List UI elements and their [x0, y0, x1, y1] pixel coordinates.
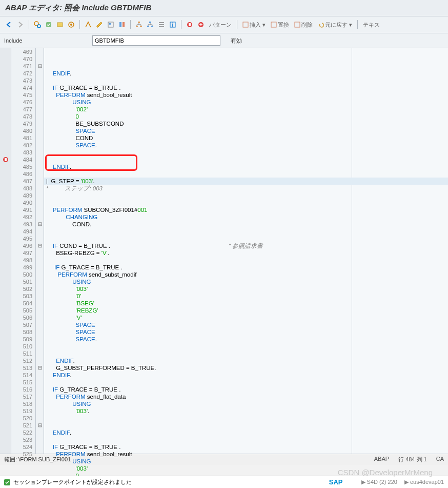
svg-rect-21 — [243, 22, 248, 27]
svg-rect-11 — [136, 26, 138, 27]
include-label: Include — [4, 37, 86, 44]
svg-rect-7 — [109, 23, 111, 25]
code-area[interactable]: ENDIF. IF G_TRACE = B_TRUE . PERFORM sen… — [44, 48, 448, 454]
edit-icon[interactable] — [94, 19, 105, 30]
svg-rect-23 — [295, 22, 300, 27]
check-icon[interactable] — [44, 19, 54, 30]
status-bar: セッションブレークポイントが設定されました SAP ▶ S4D (2) 220 … — [0, 476, 448, 488]
breakpoint-set-icon[interactable] — [185, 19, 195, 30]
svg-rect-14 — [147, 26, 149, 27]
svg-rect-12 — [140, 26, 142, 27]
info-icon[interactable]: i — [168, 19, 178, 30]
success-icon — [4, 479, 10, 485]
delete-button[interactable]: 削除 — [292, 21, 315, 29]
status-server: ▶ eus4devap01 — [404, 479, 444, 485]
test-icon[interactable] — [66, 19, 76, 30]
text-button[interactable]: テキス — [361, 21, 382, 29]
forward-icon[interactable] — [15, 19, 26, 30]
include-input[interactable] — [92, 35, 220, 46]
enhance-icon[interactable] — [117, 19, 127, 30]
include-status: 有効 — [231, 37, 242, 45]
svg-point-1 — [37, 25, 40, 28]
status-message: セッションブレークポイントが設定されました — [13, 478, 132, 486]
svg-rect-19 — [189, 23, 191, 26]
activate-icon[interactable] — [55, 19, 65, 30]
svg-text:i: i — [172, 22, 174, 28]
toolbar: i パターン 挿入 ▾ 置換 削除 元に戻す ▾ テキス — [0, 16, 448, 33]
pattern-button[interactable]: パターン — [207, 21, 234, 29]
other-obj-icon[interactable] — [106, 19, 116, 30]
svg-rect-10 — [138, 22, 140, 23]
svg-rect-13 — [149, 22, 151, 23]
window-title: ABAP エディタ: 照会 Include GBTDMFIB — [0, 0, 448, 16]
status-client: ▶ S4D (2) 220 — [361, 479, 397, 485]
sap-logo: SAP — [329, 478, 343, 486]
replace-button[interactable]: 置換 — [269, 21, 291, 29]
list-icon[interactable] — [156, 19, 167, 30]
svg-rect-9 — [123, 22, 125, 27]
include-bar: Include 有効 — [0, 33, 448, 48]
display-icon[interactable] — [32, 19, 43, 30]
insert-button[interactable]: 挿入 ▾ — [240, 21, 268, 29]
svg-point-5 — [70, 24, 72, 26]
svg-rect-3 — [57, 23, 63, 27]
code-editor[interactable]: 4694704714724734744754764774784794804814… — [0, 48, 448, 454]
breakpoint-gutter[interactable] — [0, 48, 11, 454]
hierarchy-icon[interactable] — [134, 19, 144, 30]
svg-rect-8 — [119, 22, 121, 27]
hierarchy2-icon[interactable] — [145, 19, 155, 30]
svg-rect-25 — [5, 158, 7, 161]
line-numbers: 4694704714724734744754764774784794804814… — [11, 48, 36, 454]
back-icon[interactable] — [4, 19, 14, 30]
breakpoint-ext-icon[interactable] — [196, 19, 206, 30]
undo-button[interactable]: 元に戻す ▾ — [316, 21, 354, 29]
where-used-icon[interactable] — [83, 19, 93, 30]
svg-rect-22 — [271, 22, 276, 27]
svg-rect-15 — [151, 26, 153, 27]
fold-gutter[interactable]: ⊟⊟⊟⊟⊟ — [36, 48, 44, 454]
